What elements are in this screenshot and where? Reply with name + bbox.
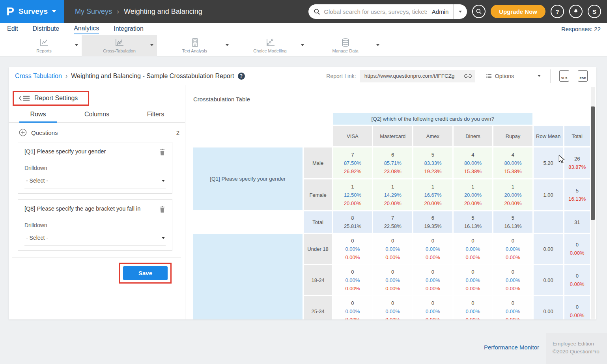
top-bar: P Surveys My Surveys › Weighting and Bal… — [0, 0, 607, 23]
breadcrumb-current-survey: Weighting and Balancing — [124, 7, 202, 16]
breadcrumb-my-surveys[interactable]: My Surveys — [75, 7, 112, 16]
tab-distribute[interactable]: Distribute — [33, 24, 60, 34]
crosstab-total-cell: 516.13% — [564, 179, 590, 210]
crosstab-total-cell: 00.00% — [564, 296, 590, 319]
crosstab-data-cell: 00.00%0.00% — [333, 265, 372, 295]
add-question-icon[interactable] — [19, 129, 27, 136]
search-icon — [476, 8, 482, 15]
crosstab-data-cell: 00.00%0.00% — [454, 265, 492, 295]
chevron-down-icon[interactable] — [75, 44, 78, 46]
tab-edit[interactable]: Edit — [7, 24, 18, 34]
toolbar-cross-tabulation-label: Cross-Tabulation — [103, 49, 136, 53]
tab-filters[interactable]: Filters — [126, 111, 185, 122]
upgrade-now-button[interactable]: Upgrade Now — [491, 5, 545, 18]
toolbar-choice-modelling-label: Choice Modelling — [253, 49, 286, 53]
performance-monitor-link[interactable]: Performance Monitor — [484, 344, 539, 351]
database-icon — [341, 38, 350, 47]
crosstab-area: Crosstabulation Table [Q2] which of the … — [185, 85, 591, 319]
crosstab-row-label: Under 18 — [304, 234, 332, 264]
report-link-field[interactable]: https://www.questionpro.com/t/lFFCZg — [360, 70, 475, 82]
chevron-down-icon[interactable] — [150, 44, 153, 46]
chevron-down-icon — [52, 10, 56, 13]
crosstab-column-header: Amex — [413, 126, 452, 146]
document-grid-icon — [191, 38, 199, 47]
delete-question-button[interactable] — [159, 148, 166, 157]
drilldown-select[interactable]: - Select - — [24, 177, 166, 189]
crosstab-data-cell: 00.00%0.00% — [454, 234, 492, 264]
tab-rows[interactable]: Rows — [9, 111, 67, 122]
toolbar-reports[interactable]: Reports — [6, 35, 82, 56]
report-header-actions: Report Link: https://www.questionpro.com… — [326, 69, 591, 83]
search-input[interactable] — [324, 8, 427, 15]
drilldown-select[interactable]: - Select - — [24, 235, 166, 246]
trash-icon — [159, 205, 166, 213]
settings-tabs: Rows Columns Filters — [9, 111, 185, 123]
cross-tabulation-link[interactable]: Cross Tabulation — [15, 73, 62, 80]
save-annotation-box: Save — [119, 263, 172, 284]
global-search: Admin — [308, 4, 467, 19]
crosstab-data-cell: 00.00%0.00% — [413, 234, 452, 264]
toolbar-choice-modelling[interactable]: Choice Modelling — [232, 35, 308, 56]
crosstab-data-cell: 480.00%15.38% — [493, 147, 532, 178]
search-scope-label[interactable]: Admin — [427, 8, 454, 15]
help-button[interactable]: ? — [551, 5, 564, 18]
edition-line1: Employee Edition — [553, 340, 607, 348]
questions-count: 2 — [176, 129, 179, 136]
crosstab-data-cell: 116.67%20.00% — [413, 179, 452, 210]
chevron-down-icon[interactable] — [226, 44, 229, 46]
crosstab-total-row-cell: 516.13% — [454, 211, 492, 233]
divider — [12, 258, 181, 258]
export-xls-button[interactable]: XLS — [559, 70, 569, 82]
multi-line-chart-icon — [114, 38, 125, 47]
crosstab-rowmean-cell: 0.00 — [534, 265, 563, 295]
report-settings-panel: Report Settings Rows Columns Filters Que… — [9, 85, 185, 319]
crosstab-data-cell: 00.00%0.00% — [373, 265, 412, 295]
scrollbar-track[interactable] — [591, 87, 595, 319]
chevron-down-icon — [162, 180, 165, 182]
chevron-down-icon[interactable] — [301, 44, 304, 46]
crosstab-data-cell: 114.29%20.00% — [373, 179, 412, 210]
options-dropdown[interactable]: Options — [486, 73, 541, 79]
drilldown-label: Drilldown — [24, 222, 166, 228]
crosstab-data-cell: 00.00%0.00% — [413, 265, 452, 295]
app-logo[interactable]: P Surveys — [0, 0, 64, 23]
tab-columns[interactable]: Columns — [67, 111, 126, 122]
search-scope-dropdown[interactable] — [454, 11, 467, 13]
options-label: Options — [495, 73, 514, 79]
tab-analytics[interactable]: Analytics — [74, 23, 99, 34]
crosstab-data-cell: 00.00%0.00% — [454, 296, 492, 319]
crosstab-total-cell: 00.00% — [564, 265, 590, 295]
breadcrumb: My Surveys › Weighting and Balancing — [75, 7, 202, 16]
report-title: Weighting and Balancing - Sample Crossta… — [71, 73, 234, 80]
crosstab-data-cell: 00.00%0.00% — [373, 296, 412, 319]
toolbar-text-analysis[interactable]: Text Analysis — [157, 35, 232, 56]
export-pdf-button[interactable]: PDF — [578, 70, 588, 82]
crosstab-column-question: [Q2] which of the following credit cards… — [333, 113, 532, 125]
product-switcher-label: Surveys — [19, 7, 48, 16]
delete-question-button[interactable] — [159, 205, 166, 215]
toolbar-cross-tabulation[interactable]: Cross-Tabulation — [82, 35, 157, 56]
crosstab-row-question — [193, 234, 303, 319]
crosstab-column-header: VISA — [333, 126, 372, 146]
crosstab-data-cell: 00.00%0.00% — [493, 265, 532, 295]
toolbar-manage-data[interactable]: Manage Data — [308, 35, 383, 56]
crosstab-row-label: 18-24 — [304, 265, 332, 295]
chevron-down-icon[interactable] — [376, 44, 379, 46]
crosstab-rowmean-cell: 0.00 — [534, 234, 563, 264]
collapse-menu-icon — [19, 95, 30, 101]
save-button[interactable]: Save — [123, 266, 168, 280]
help-icon[interactable]: ? — [238, 73, 245, 80]
tab-integration[interactable]: Integration — [114, 24, 144, 34]
notifications-button[interactable] — [569, 5, 583, 18]
link-icon[interactable] — [464, 73, 472, 79]
analytics-toolbar: Reports Cross-Tabulation Text Analysis C… — [0, 35, 607, 56]
user-avatar[interactable]: S — [588, 5, 601, 18]
breadcrumb-separator-icon: › — [65, 73, 67, 80]
crosstab-row-label: Male — [304, 147, 332, 178]
search-submit-button[interactable] — [472, 5, 486, 18]
report-settings-button[interactable]: Report Settings — [13, 91, 89, 106]
scrollbar-thumb[interactable] — [591, 106, 595, 220]
report-header: Cross Tabulation › Weighting and Balanci… — [9, 67, 596, 85]
toolbar-reports-label: Reports — [36, 49, 52, 53]
report-link-url[interactable]: https://www.questionpro.com/t/lFFCZg — [364, 73, 461, 79]
